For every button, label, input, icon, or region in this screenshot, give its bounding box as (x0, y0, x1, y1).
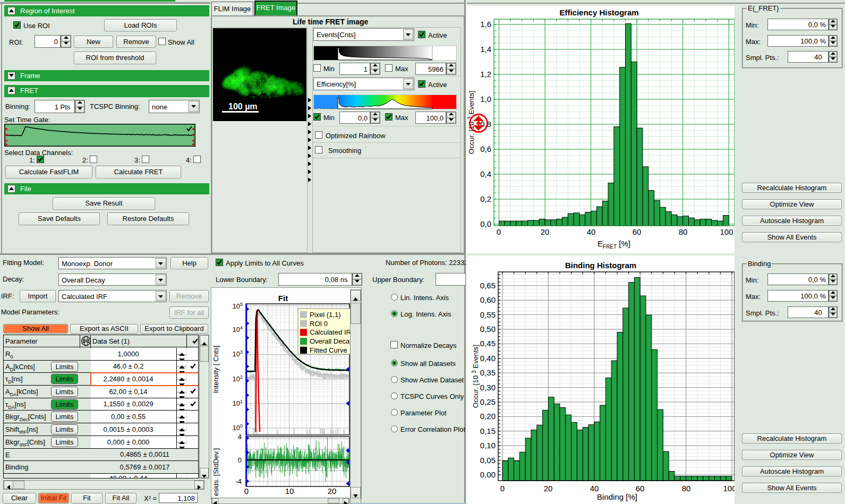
svg-text:1,6: 1,6 (480, 20, 491, 29)
svg-text:0,30: 0,30 (480, 383, 496, 392)
svg-text:0,10: 0,10 (480, 441, 496, 450)
svg-text:80: 80 (682, 484, 691, 493)
svg-text:1,4: 1,4 (480, 45, 491, 54)
svg-text:Binding [%]: Binding [%] (597, 492, 637, 501)
svg-text:0,60: 0,60 (480, 295, 496, 304)
svg-text:0,00: 0,00 (480, 470, 496, 479)
svg-text:0,45: 0,45 (480, 339, 496, 348)
svg-text:0: 0 (238, 456, 242, 464)
svg-text:60: 60 (636, 484, 645, 493)
svg-text:0,6: 0,6 (480, 144, 491, 153)
svg-text:1,0: 1,0 (480, 95, 491, 104)
svg-text:Calculated IRF: Calculated IRF (310, 328, 350, 336)
svg-text:0: 0 (500, 484, 505, 493)
svg-text:Binding Histogram: Binding Histogram (565, 261, 636, 270)
svg-text:Fit: Fit (278, 294, 288, 303)
svg-text:20: 20 (541, 227, 550, 236)
svg-text:0,55: 0,55 (480, 310, 496, 319)
svg-text:Occur. [10 3 Events]: Occur. [10 3 Events] (467, 91, 475, 155)
svg-text:100: 100 (233, 423, 243, 432)
svg-text:0: 0 (244, 486, 249, 496)
svg-text:esids. [StdDev.]: esids. [StdDev.] (212, 448, 220, 496)
svg-text:Pixel (1,1): Pixel (1,1) (310, 311, 341, 319)
svg-text:60: 60 (633, 227, 642, 236)
svg-text:100 µm: 100 µm (228, 102, 258, 111)
svg-text:0: 0 (497, 227, 501, 236)
svg-text:Occur. [10 3 Events]: Occur. [10 3 Events] (471, 345, 480, 408)
svg-text:0,0: 0,0 (480, 219, 491, 228)
svg-text:100: 100 (723, 484, 735, 493)
svg-text:20: 20 (544, 484, 553, 493)
svg-text:0,2: 0,2 (480, 194, 491, 203)
svg-text:Intensity [ Cnts]: Intensity [ Cnts] (212, 346, 220, 394)
svg-text:101: 101 (233, 399, 243, 407)
svg-text:0,4: 0,4 (480, 169, 491, 178)
svg-text:40: 40 (590, 484, 599, 493)
svg-text:Fitted Curve: Fitted Curve (310, 346, 347, 354)
svg-text:0,05: 0,05 (480, 456, 496, 465)
svg-text:103: 103 (233, 349, 243, 358)
svg-text:80: 80 (679, 227, 688, 236)
svg-text:0,40: 0,40 (480, 354, 496, 363)
svg-text:0,65: 0,65 (480, 281, 496, 290)
svg-text:102: 102 (233, 374, 243, 383)
svg-text:ROI 0: ROI 0 (310, 320, 328, 328)
svg-text:100: 100 (720, 227, 733, 236)
svg-text:0,25: 0,25 (480, 397, 496, 406)
svg-text:10: 10 (285, 486, 294, 496)
svg-text:20: 20 (328, 486, 337, 496)
svg-text:0,35: 0,35 (480, 368, 496, 377)
svg-text:4: 4 (238, 433, 242, 441)
svg-text:105: 105 (233, 302, 243, 310)
svg-text:Overall Decay: Overall Decay (310, 337, 350, 345)
svg-text:104: 104 (233, 325, 243, 334)
svg-text:0,50: 0,50 (480, 324, 496, 334)
svg-text:0,20: 0,20 (480, 412, 496, 421)
svg-text:1,2: 1,2 (480, 70, 491, 79)
svg-text:Efficiency Histogram: Efficiency Histogram (559, 8, 638, 17)
svg-text:40: 40 (587, 227, 596, 236)
svg-text:0,15: 0,15 (480, 426, 496, 435)
svg-text:-4: -4 (235, 477, 242, 485)
